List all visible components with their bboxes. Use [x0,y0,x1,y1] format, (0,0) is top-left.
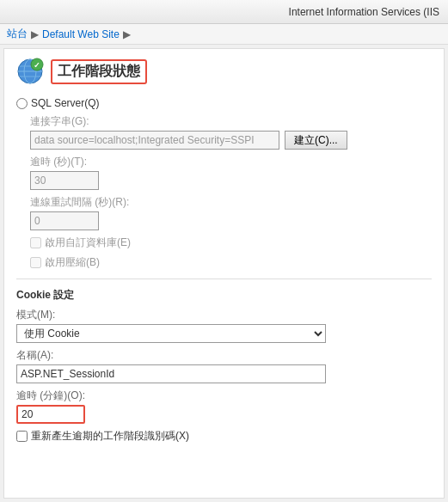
create-button[interactable]: 建立(C)... [285,131,347,150]
page-header: ✓ 工作階段狀態 [16,58,432,85]
cookie-timeout-row: 逾時 (分鐘)(O): [16,389,432,424]
page-title: 工作階段狀態 [51,59,147,84]
compression-checkbox[interactable] [30,257,41,268]
retry-label: 連線重試間隔 (秒)(R): [30,195,432,210]
custom-db-row: 啟用自訂資料庫(E) [30,236,432,250]
cookie-timeout-input[interactable] [16,405,85,424]
breadcrumb-sep2: ▶ [123,28,131,40]
cookie-name-input[interactable] [16,364,326,383]
compression-label[interactable]: 啟用壓縮(B) [45,255,100,270]
cookie-section-title: Cookie 設定 [16,288,432,303]
sql-server-radio[interactable] [16,98,28,109]
page-icon: ✓ [16,58,44,85]
mode-row: 模式(M): 使用 Cookie 無 Cookie 自動偵測 使用 Device… [16,308,432,343]
breadcrumb-site[interactable]: Default Web Site [42,28,120,40]
title-bar: Internet Information Services (IIS [0,0,448,24]
custom-db-label[interactable]: 啟用自訂資料庫(E) [45,236,131,250]
compression-row: 啟用壓縮(B) [30,255,432,270]
svg-text:✓: ✓ [34,61,40,70]
title-bar-text: Internet Information Services (IIS [289,6,439,18]
regenerate-row: 重新產生逾期的工作階段識別碼(X) [16,429,432,444]
mode-label: 模式(M): [16,308,432,322]
cookie-name-label: 名稱(A): [16,348,432,363]
sql-server-radio-row: SQL Server(Q) [16,97,432,109]
retry-input[interactable] [30,211,99,230]
connection-string-row: 連接字串(G): 建立(C)... [30,114,432,150]
mode-select[interactable]: 使用 Cookie 無 Cookie 自動偵測 使用 Device Profil… [16,324,326,343]
divider [16,279,432,279]
custom-db-checkbox[interactable] [30,237,41,248]
breadcrumb: 站台 ▶ Default Web Site ▶ [0,24,448,45]
sql-server-section: SQL Server(Q) 連接字串(G): 建立(C)... 逾時 (秒)(T… [16,97,432,270]
regenerate-label[interactable]: 重新產生逾期的工作階段識別碼(X) [31,429,189,444]
connection-string-label: 連接字串(G): [30,114,432,129]
breadcrumb-home[interactable]: 站台 [7,27,28,41]
connection-string-inline: 建立(C)... [30,131,432,150]
cookie-timeout-label: 逾時 (分鐘)(O): [16,389,432,403]
connection-string-input[interactable] [30,131,279,150]
cookie-name-row: 名稱(A): [16,348,432,383]
timeout-input[interactable] [30,171,99,190]
timeout-label: 逾時 (秒)(T): [30,155,432,169]
sql-server-radio-label[interactable]: SQL Server(Q) [31,97,100,109]
cookie-section: Cookie 設定 模式(M): 使用 Cookie 無 Cookie 自動偵測… [16,288,432,444]
retry-row: 連線重試間隔 (秒)(R): [30,195,432,230]
timeout-row: 逾時 (秒)(T): [30,155,432,190]
regenerate-checkbox[interactable] [16,431,28,442]
main-content: ✓ 工作階段狀態 SQL Server(Q) 連接字串(G): 建立(C)...… [3,48,445,499]
breadcrumb-sep1: ▶ [31,28,39,40]
